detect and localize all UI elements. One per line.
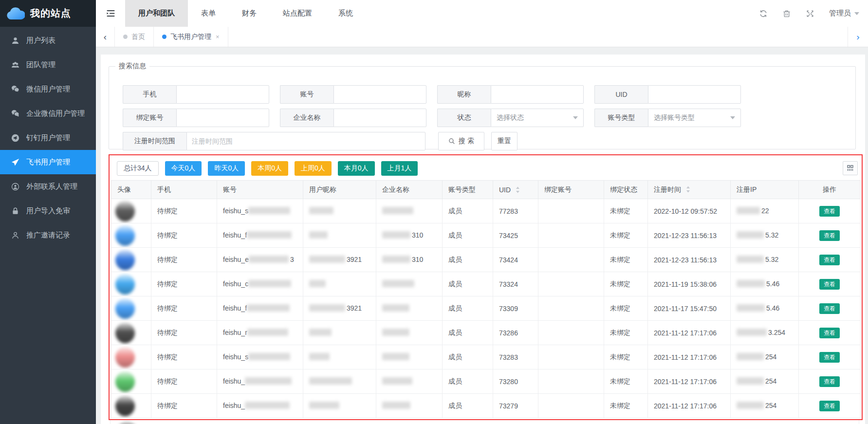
sidebar-item-label: 用户导入免审 (26, 206, 70, 216)
time-range-input[interactable] (186, 132, 425, 150)
sidebar-item[interactable]: 微信用户管理 (0, 77, 96, 101)
table-header-row: 头像 手机 账号 (111, 181, 861, 199)
stat-badge[interactable]: 昨天0人 (208, 161, 245, 176)
column-header[interactable]: 操作 (799, 181, 861, 199)
avatar (115, 298, 135, 319)
cell-reg-ip: 3.254 (731, 321, 799, 345)
stat-badge[interactable]: 上周0人 (295, 161, 332, 176)
column-header[interactable]: 账号 (217, 181, 303, 199)
sort-icon[interactable] (516, 186, 520, 193)
column-header[interactable]: 绑定状态 (604, 181, 648, 199)
user-icon (11, 37, 19, 45)
sidebar-item[interactable]: 飞书用户管理 (0, 150, 96, 174)
table-row: 待绑定 feishu_f 3921 成员 73309 未绑定 (111, 296, 861, 321)
sidebar-item[interactable]: 用户导入免审 (0, 199, 96, 223)
view-button[interactable]: 查看 (819, 352, 840, 363)
redacted-nickname (309, 329, 332, 336)
close-icon[interactable]: × (216, 33, 220, 40)
column-header[interactable]: 注册IP (731, 181, 799, 199)
column-header[interactable]: UID (493, 181, 538, 199)
avatar (115, 201, 135, 221)
admin-user-menu[interactable]: 管理员 (829, 9, 859, 18)
status-select[interactable]: 选择状态 (491, 109, 584, 127)
cell-reg-ip: 5.46 (731, 296, 799, 321)
redacted-ip (737, 377, 764, 385)
stat-badge[interactable]: 上月1人 (381, 161, 418, 176)
uid-input[interactable] (648, 85, 741, 104)
column-header[interactable]: 企业名称 (376, 181, 443, 199)
sidebar-item[interactable]: 用户列表 (0, 28, 96, 53)
cell-reg-ip: 22 (731, 199, 799, 223)
breadcrumb-tab[interactable]: 首页 (114, 27, 154, 47)
stat-badge[interactable]: 总计34人 (117, 161, 159, 176)
column-header[interactable]: 注册时间 (648, 181, 731, 199)
cell-reg-time: 2021-11-12 17:17:06 (648, 369, 731, 394)
stat-badge[interactable]: 本月0人 (338, 161, 375, 176)
view-button[interactable]: 查看 (819, 230, 840, 241)
top-actions: 管理员 (759, 0, 868, 27)
cell-nickname (303, 199, 376, 223)
sidebar-item[interactable]: 外部联系人管理 (0, 174, 96, 199)
cell-reg-time: 2021-11-12 17:17:06 (648, 345, 731, 369)
redacted-account (248, 207, 290, 214)
stat-badge[interactable]: 本周0人 (251, 161, 288, 176)
table-row: 待绑定 feishu_s 成员 77283 未绑定 (111, 199, 861, 223)
nickname-input[interactable] (491, 85, 584, 104)
top-nav-tab[interactable]: 系统 (325, 0, 366, 27)
contact-icon (11, 183, 19, 191)
account-type-select[interactable]: 选择账号类型 (648, 109, 741, 127)
status-field-group: 状态 选择状态 (437, 109, 584, 127)
reset-button[interactable]: 重置 (491, 132, 517, 150)
view-button[interactable]: 查看 (819, 255, 840, 265)
sidebar-item[interactable]: 推广邀请记录 (0, 223, 96, 247)
view-button[interactable]: 查看 (819, 279, 840, 290)
top-nav-tab[interactable]: 站点配置 (270, 0, 325, 27)
search-icon (448, 138, 455, 145)
column-header[interactable]: 手机 (151, 181, 217, 199)
sidebar-collapse-button[interactable] (96, 0, 125, 27)
table-row: 待绑定 feishu_e3 3921 310 成员 73424 (111, 248, 861, 272)
column-header[interactable]: 用户昵称 (303, 181, 376, 199)
stat-badge[interactable]: 今天0人 (165, 161, 202, 176)
fullscreen-icon[interactable] (806, 9, 814, 18)
column-settings-button[interactable] (843, 161, 858, 175)
column-header[interactable]: 绑定账号 (538, 181, 604, 199)
trash-icon[interactable] (782, 9, 791, 18)
view-button[interactable]: 查看 (819, 303, 840, 314)
view-button[interactable]: 查看 (819, 328, 840, 338)
top-nav-tab[interactable]: 用户和团队 (125, 0, 188, 27)
top-bar: 我的站点 用户和团队 表单 财务 站点配置 系统 管理员 (0, 0, 868, 27)
redacted-nickname (309, 256, 345, 263)
main-content: 搜索信息 手机 账号 昵称 UID 绑定账号 (101, 55, 865, 424)
cell-avatar (111, 272, 151, 296)
search-button[interactable]: 搜 索 (438, 132, 484, 150)
refresh-icon[interactable] (759, 9, 768, 18)
column-header[interactable]: 头像 (111, 181, 151, 199)
sidebar-item[interactable]: 企业微信用户管理 (0, 101, 96, 126)
top-nav-tab[interactable]: 财务 (229, 0, 270, 27)
sort-icon[interactable] (686, 186, 690, 193)
team-icon (11, 61, 19, 69)
nickname-suffix: 3921 (347, 304, 362, 312)
column-header[interactable]: 账号类型 (443, 181, 493, 199)
view-button[interactable]: 查看 (819, 206, 840, 217)
phone-input[interactable] (176, 85, 269, 104)
sidebar-item[interactable]: 钉钉用户管理 (0, 126, 96, 150)
cell-bind-status: 未绑定 (604, 223, 648, 248)
ip-suffix: 5.46 (766, 304, 779, 312)
sidebar-item[interactable]: 团队管理 (0, 53, 96, 77)
tabs-scroll-right-button[interactable]: › (848, 27, 868, 47)
view-button[interactable]: 查看 (819, 376, 840, 387)
account-input[interactable] (333, 85, 426, 104)
bind-account-input[interactable] (176, 109, 269, 127)
company-input[interactable] (333, 109, 426, 127)
company-suffix: 310 (412, 231, 423, 239)
tab-label: 首页 (131, 33, 145, 41)
cell-avatar (111, 199, 151, 223)
breadcrumb-tab[interactable]: 飞书用户管理 × (154, 27, 228, 47)
account-type-label: 账号类型 (594, 109, 648, 127)
redacted-account (247, 304, 290, 312)
view-button[interactable]: 查看 (819, 401, 840, 411)
top-nav-tab[interactable]: 表单 (188, 0, 229, 27)
tabs-scroll-left-button[interactable]: ‹ (96, 27, 114, 47)
